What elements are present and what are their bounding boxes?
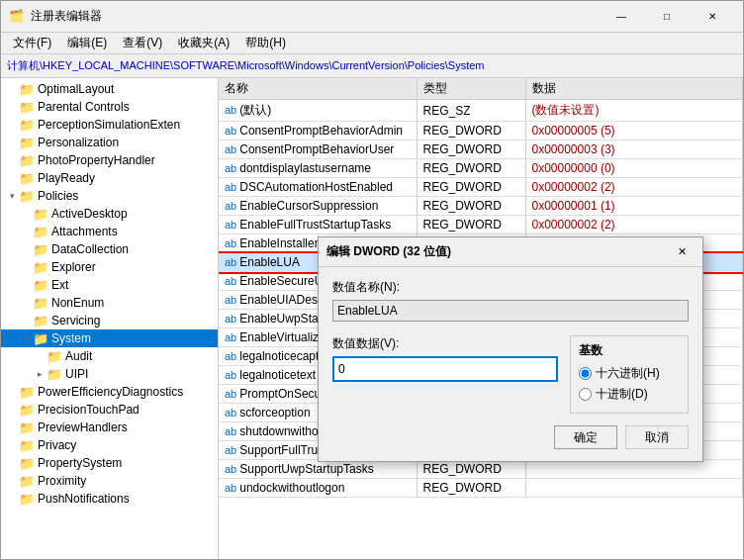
folder-icon: 📁 (19, 171, 35, 186)
tree-item[interactable]: 📁PrecisionTouchPad (1, 401, 218, 419)
menu-help[interactable]: 帮助(H) (237, 33, 294, 53)
reg-value-icon: ab (225, 350, 236, 362)
tree-item[interactable]: 📁Servicing (1, 312, 218, 329)
tree-item[interactable]: 📁Proximity (1, 472, 218, 490)
folder-icon: 📁 (46, 349, 62, 364)
value-data-input[interactable] (332, 356, 558, 382)
tree-toggle[interactable]: ▾ (5, 191, 19, 201)
tree-item-label: Proximity (38, 474, 86, 488)
tree-item[interactable]: 📁Audit (1, 347, 218, 365)
dialog-row: 数值数据(V): 基数 十六进制(H) 十进制(D) (332, 335, 689, 414)
table-row[interactable]: abEnableFullTrustStartupTasks REG_DWORD … (219, 216, 743, 234)
table-row[interactable]: abDSCAutomationHostEnabled REG_DWORD 0x0… (219, 178, 743, 197)
tree-item-label: Explorer (51, 260, 96, 274)
table-row[interactable]: ab(默认) REG_SZ (数值未设置) (219, 100, 743, 122)
reg-value-icon: ab (225, 143, 236, 155)
folder-icon: 📁 (19, 438, 35, 453)
tree-item[interactable]: 📁PropertySystem (1, 454, 218, 472)
menu-favorites[interactable]: 收藏夹(A) (170, 33, 237, 53)
tree-item-label: Servicing (51, 314, 100, 327)
tree-item[interactable]: ▾📁System (1, 329, 218, 347)
folder-icon: 📁 (33, 296, 48, 311)
cell-data: 0x00000000 (0) (525, 159, 743, 178)
value-name-input[interactable] (332, 300, 689, 322)
cell-data: 0x00000005 (5) (525, 122, 743, 140)
table-row[interactable]: abundockwithoutlogon REG_DWORD (219, 479, 743, 498)
tree-item[interactable]: 📁Parental Controls (1, 98, 218, 116)
tree-item[interactable]: 📁DataCollection (1, 240, 218, 258)
radio-hex[interactable]: 十六进制(H) (579, 365, 680, 382)
ok-button[interactable]: 确定 (554, 425, 617, 449)
tree-panel[interactable]: 📁OptimalLayout 📁Parental Controls 📁Perce… (1, 78, 219, 559)
radio-dec-input[interactable] (579, 388, 592, 401)
reg-value-icon: ab (225, 331, 236, 343)
reg-value-icon: ab (225, 162, 236, 174)
table-row[interactable]: abConsentPromptBehaviorUser REG_DWORD 0x… (219, 140, 743, 159)
folder-icon: 📁 (33, 225, 48, 239)
reg-value-icon: ab (225, 125, 236, 137)
folder-icon: 📁 (46, 367, 62, 382)
radio-hex-input[interactable] (579, 367, 592, 380)
menu-edit[interactable]: 编辑(E) (59, 33, 115, 53)
table-row[interactable]: abEnableCursorSuppression REG_DWORD 0x00… (219, 197, 743, 216)
tree-item[interactable]: ▸📁UIPI (1, 365, 218, 383)
tree-item-label: Attachments (51, 225, 118, 238)
tree-item[interactable]: 📁PushNotifications (1, 490, 218, 508)
tree-item[interactable]: 📁OptimalLayout (1, 80, 218, 98)
tree-item[interactable]: 📁PhotoPropertyHandler (1, 151, 218, 169)
dialog-body: 数值名称(N): 数值数据(V): 基数 十六进制(H) (319, 267, 702, 461)
cell-data (525, 479, 743, 498)
close-button[interactable]: ✕ (690, 1, 735, 33)
tree-item-label: PerceptionSimulationExten (38, 118, 180, 132)
radio-dec-label: 十进制(D) (596, 386, 648, 403)
folder-icon: 📁 (33, 260, 48, 275)
folder-icon: 📁 (19, 82, 35, 97)
folder-icon: 📁 (33, 331, 48, 346)
tree-item[interactable]: 📁Explorer (1, 258, 218, 276)
tree-item[interactable]: 📁PowerEfficiencyDiagnostics (1, 383, 218, 401)
base-label: 基数 (579, 342, 680, 359)
radio-dec[interactable]: 十进制(D) (579, 386, 680, 403)
tree-item[interactable]: 📁Attachments (1, 223, 218, 240)
menu-view[interactable]: 查看(V) (115, 33, 170, 53)
cell-data: 0x00000002 (2) (525, 216, 743, 234)
maximize-button[interactable]: □ (644, 1, 690, 33)
table-row[interactable]: abdontdisplaylastusername REG_DWORD 0x00… (219, 159, 743, 178)
cell-name: abEnableFullTrustStartupTasks (219, 216, 417, 234)
cell-type: REG_DWORD (417, 122, 525, 140)
tree-toggle[interactable]: ▾ (19, 333, 33, 343)
dialog-title: 编辑 DWORD (32 位值) (326, 243, 669, 260)
addressbar[interactable]: 计算机\HKEY_LOCAL_MACHINE\SOFTWARE\Microsof… (1, 54, 743, 78)
tree-item[interactable]: ▾📁Policies (1, 187, 218, 205)
menu-file[interactable]: 文件(F) (5, 33, 59, 53)
tree-item[interactable]: 📁PerceptionSimulationExten (1, 116, 218, 134)
table-row[interactable]: abConsentPromptBehaviorAdmin REG_DWORD 0… (219, 122, 743, 140)
cell-type: REG_DWORD (417, 460, 525, 479)
tree-item[interactable]: 📁Privacy (1, 436, 218, 454)
tree-toggle[interactable]: ▸ (33, 369, 46, 379)
tree-item[interactable]: 📁Personalization (1, 134, 218, 151)
reg-value-icon: ab (225, 256, 236, 268)
tree-item-label: PreviewHandlers (38, 420, 128, 434)
reg-value-icon: ab (225, 275, 236, 287)
tree-item[interactable]: 📁PreviewHandlers (1, 419, 218, 436)
tree-item-label: PlayReady (38, 171, 95, 185)
folder-icon: 📁 (33, 242, 48, 257)
reg-value-icon: ab (225, 407, 236, 419)
tree-item[interactable]: 📁ActiveDesktop (1, 205, 218, 223)
reg-value-icon: ab (225, 313, 236, 325)
table-row[interactable]: abSupportUwpStartupTasks REG_DWORD (219, 460, 743, 479)
cancel-button[interactable]: 取消 (625, 425, 689, 449)
tree-item-label: UIPI (65, 367, 88, 381)
cell-type: REG_DWORD (417, 140, 525, 159)
tree-item[interactable]: 📁PlayReady (1, 169, 218, 187)
dialog-close-button[interactable]: ✕ (669, 241, 695, 263)
titlebar: 🗂️ 注册表编辑器 — □ ✕ (1, 1, 743, 33)
reg-value-icon: ab (225, 219, 236, 231)
tree-item-label: Policies (38, 189, 78, 203)
value-name-label: 数值名称(N): (332, 279, 689, 296)
tree-item[interactable]: 📁NonEnum (1, 294, 218, 312)
main-window: 🗂️ 注册表编辑器 — □ ✕ 文件(F) 编辑(E) 查看(V) 收藏夹(A)… (0, 0, 744, 560)
tree-item[interactable]: 📁Ext (1, 276, 218, 294)
minimize-button[interactable]: — (599, 1, 644, 33)
